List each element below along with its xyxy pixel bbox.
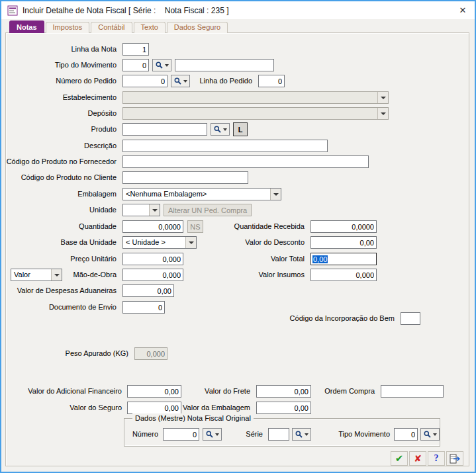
ns-button: NS bbox=[187, 220, 203, 233]
adicional-financeiro-input[interactable] bbox=[127, 385, 181, 398]
chevron-down-icon bbox=[377, 92, 388, 103]
produto-label: Produto bbox=[91, 123, 117, 136]
quantidade-recebida-input[interactable] bbox=[310, 220, 377, 233]
valor-do-desconto-input[interactable] bbox=[310, 236, 377, 249]
tab-contabil[interactable]: Contábil bbox=[91, 22, 132, 33]
numero-original-label: Número bbox=[132, 428, 158, 441]
peso-apurado-input bbox=[134, 347, 167, 360]
base-da-unidade-value: < Unidade > bbox=[123, 237, 185, 248]
mao-de-obra-input[interactable] bbox=[122, 269, 183, 281]
numero-do-pedido-input[interactable] bbox=[122, 75, 167, 87]
tipo-movimento-original-input[interactable] bbox=[394, 428, 418, 441]
tipo-do-movimento-input[interactable] bbox=[122, 59, 149, 71]
dados-mestre-nota-fiscal-original-group: Dados (Mestre) Nota Fiscal Original Núme… bbox=[124, 418, 440, 447]
valor-do-frete-input[interactable] bbox=[256, 385, 311, 398]
peso-apurado-label: Peso Apurado (KG) bbox=[66, 347, 128, 360]
valor-tipo-combo[interactable]: Valor bbox=[11, 269, 62, 281]
codigo-produto-cliente-input[interactable] bbox=[122, 171, 248, 184]
tab-impostos[interactable]: Impostos bbox=[46, 22, 90, 33]
confirm-button[interactable]: ✔ bbox=[391, 451, 408, 466]
descricao-input[interactable] bbox=[122, 140, 328, 152]
embalagem-value: <Nenhuma Embalagem> bbox=[123, 189, 270, 200]
produto-lookup-button[interactable] bbox=[211, 123, 230, 136]
codigo-incorporacao-input[interactable] bbox=[401, 312, 420, 325]
unidade-combo[interactable] bbox=[122, 204, 160, 216]
codigo-produto-fornecedor-label: Código do Produto no Fornecedor bbox=[7, 155, 117, 168]
chevron-down-icon bbox=[305, 433, 309, 436]
produto-l-button[interactable]: L bbox=[233, 122, 248, 136]
adicional-financeiro-label: Valor do Adicional Financeiro bbox=[28, 385, 122, 398]
estabelecimento-combo bbox=[122, 91, 389, 104]
help-button[interactable]: ? bbox=[428, 451, 445, 466]
valor-da-embalagem-input[interactable] bbox=[256, 402, 311, 414]
produto-input[interactable] bbox=[122, 123, 207, 136]
descricao-label: Descrição bbox=[84, 140, 117, 152]
tipo-movimento-original-lookup-button[interactable] bbox=[420, 428, 440, 441]
cancel-button[interactable]: ✘ bbox=[409, 451, 426, 466]
estabelecimento-label: Estabelecimento bbox=[63, 91, 117, 104]
chevron-down-icon bbox=[270, 189, 281, 200]
valor-do-seguro-input[interactable] bbox=[127, 402, 181, 414]
close-icon[interactable]: ✕ bbox=[451, 1, 475, 19]
serie-original-input[interactable] bbox=[268, 428, 289, 441]
ordem-compra-input[interactable] bbox=[381, 385, 444, 398]
numero-original-input[interactable] bbox=[163, 428, 199, 441]
ordem-compra-label: Ordem Compra bbox=[324, 385, 375, 398]
valor-tipo-value: Valor bbox=[11, 269, 51, 280]
preco-unitario-label: Preço Unitário bbox=[70, 253, 117, 265]
quantidade-recebida-label: Quantidade Recebida bbox=[234, 220, 305, 233]
chevron-down-icon bbox=[185, 237, 196, 248]
serie-original-label: Série bbox=[246, 428, 263, 441]
x-mark-icon: ✘ bbox=[414, 454, 422, 463]
valor-insumos-input[interactable] bbox=[310, 269, 377, 281]
window-title: Incluir Detalhe de Nota Fiscal [ Série :… bbox=[23, 6, 469, 15]
codigo-incorporacao-label: Código da Incorporação do Bem bbox=[290, 312, 395, 325]
titlebar: Incluir Detalhe de Nota Fiscal [ Série :… bbox=[1, 1, 475, 19]
linha-do-pedido-label: Linha do Pedido bbox=[199, 75, 252, 87]
chevron-down-icon bbox=[165, 64, 169, 67]
chevron-down-icon bbox=[215, 433, 219, 436]
exit-button[interactable] bbox=[446, 451, 463, 466]
tab-dados-seguro[interactable]: Dados Seguro bbox=[167, 22, 228, 33]
tipo-do-movimento-label: Tipo do Movimento bbox=[55, 59, 117, 71]
embalagem-label: Embalagem bbox=[77, 188, 117, 200]
quantidade-label: Quantidade bbox=[79, 220, 117, 233]
window-icon bbox=[7, 5, 18, 16]
embalagem-combo[interactable]: <Nenhuma Embalagem> bbox=[122, 188, 281, 200]
magnifier-icon bbox=[214, 126, 221, 133]
deposito-value bbox=[123, 108, 377, 119]
linha-da-nota-label: Linha da Nota bbox=[71, 43, 117, 56]
serie-original-lookup-button[interactable] bbox=[292, 428, 311, 441]
tipo-do-movimento-lookup-button[interactable] bbox=[152, 59, 171, 71]
tipo-do-movimento-descricao-input[interactable] bbox=[175, 59, 274, 71]
despesas-aduaneiras-label: Valor de Despesas Aduaneiras bbox=[17, 284, 117, 297]
deposito-combo bbox=[122, 107, 389, 120]
documento-de-envio-input[interactable] bbox=[122, 301, 165, 314]
codigo-produto-cliente-label: Código do Produto no Cliente bbox=[21, 171, 117, 184]
valor-total-input[interactable]: 0,00 bbox=[310, 253, 377, 265]
preco-unitario-input[interactable] bbox=[122, 253, 183, 265]
numero-do-pedido-label: Número do Pedido bbox=[56, 75, 117, 87]
numero-do-pedido-lookup-button[interactable] bbox=[171, 75, 190, 87]
mao-de-obra-label: Mão-de-Obra bbox=[73, 269, 117, 281]
despesas-aduaneiras-input[interactable] bbox=[122, 284, 174, 297]
linha-do-pedido-input[interactable] bbox=[258, 75, 285, 87]
valor-insumos-label: Valor Insumos bbox=[259, 269, 305, 281]
quantidade-input[interactable] bbox=[122, 220, 183, 233]
chevron-down-icon bbox=[51, 269, 62, 280]
tab-notas[interactable]: Notas bbox=[9, 21, 44, 33]
base-da-unidade-label: Base da Unidade bbox=[61, 236, 117, 249]
valor-do-desconto-label: Valor do Desconto bbox=[245, 236, 305, 249]
tab-texto[interactable]: Texto bbox=[134, 22, 166, 33]
tab-strip: Notas Impostos Contábil Texto Dados Segu… bbox=[9, 21, 228, 33]
magnifier-icon bbox=[295, 431, 303, 438]
linha-da-nota-input[interactable] bbox=[122, 43, 149, 56]
base-da-unidade-combo[interactable]: < Unidade > bbox=[122, 236, 197, 249]
numero-original-lookup-button[interactable] bbox=[203, 428, 222, 441]
unidade-value bbox=[123, 204, 149, 216]
codigo-produto-fornecedor-input[interactable] bbox=[122, 155, 369, 168]
valor-total-selected-text: 0,00 bbox=[312, 255, 328, 263]
valor-do-seguro-label: Valor do Seguro bbox=[70, 402, 122, 414]
valor-do-frete-label: Valor do Frete bbox=[205, 385, 250, 398]
magnifier-icon bbox=[156, 62, 163, 69]
